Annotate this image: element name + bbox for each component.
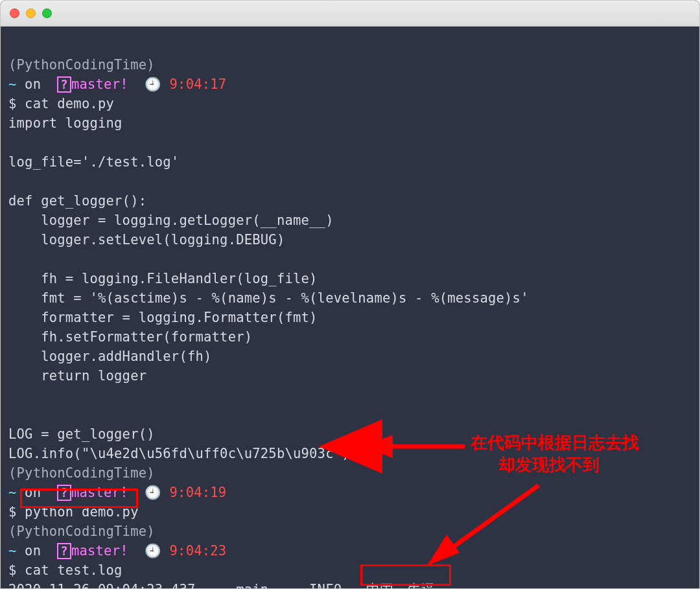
log-prefix: 2020-11-26 09:04:23,437 - __main__ - INF… xyxy=(8,582,366,589)
time-1: 9:04:17 xyxy=(170,76,227,92)
code-line: fh = logging.FileHandler(log_file) xyxy=(8,271,318,286)
clock-icon: 🕘 xyxy=(145,543,161,559)
zoom-button[interactable] xyxy=(42,8,52,18)
clock-icon: 🕘 xyxy=(145,485,161,500)
branch-name: master! xyxy=(71,485,128,500)
cmd-cat-log: cat test.log xyxy=(25,562,122,578)
venv-label: (PythonCodingTime) xyxy=(8,57,155,73)
pwd-tilde: ~ xyxy=(8,543,17,559)
code-line: fmt = '%(asctime)s - %(name)s - %(leveln… xyxy=(8,290,529,306)
cmd-python-demo: python demo.py xyxy=(25,504,139,520)
terminal-window: (PythonCodingTime) ~ on ?master! 🕘 9:04:… xyxy=(0,0,700,589)
code-line: fh.setFormatter(formatter) xyxy=(8,329,252,345)
branch-qmark: ? xyxy=(57,76,71,93)
code-line: def get_logger(): xyxy=(8,193,146,209)
branch-qmark: ? xyxy=(57,543,71,559)
code-line: logger.addHandler(fh) xyxy=(8,349,212,364)
titlebar xyxy=(1,1,699,27)
branch-qmark: ? xyxy=(57,485,71,501)
time-2: 9:04:19 xyxy=(170,485,227,500)
terminal-body[interactable]: (PythonCodingTime) ~ on ?master! 🕘 9:04:… xyxy=(1,27,699,589)
code-line: LOG.info("\u4e2d\u56fd\uff0c\u725b\u903c… xyxy=(8,446,350,461)
on-word: on xyxy=(25,543,41,559)
prompt-dollar: $ xyxy=(8,562,25,578)
venv-label: (PythonCodingTime) xyxy=(8,465,155,481)
code-line: import logging xyxy=(8,115,122,131)
clock-icon: 🕘 xyxy=(145,76,161,92)
code-line: formatter = logging.Formatter(fmt) xyxy=(8,310,318,325)
code-line: log_file='./test.log' xyxy=(8,154,179,170)
cmd-cat-demo: cat demo.py xyxy=(25,96,114,111)
code-line: logger = logging.getLogger(__name__) xyxy=(8,213,334,228)
venv-label: (PythonCodingTime) xyxy=(8,524,155,539)
code-line: LOG = get_logger() xyxy=(8,426,155,442)
prompt-dollar: $ xyxy=(8,504,25,520)
time-3: 9:04:23 xyxy=(170,543,227,559)
pwd-tilde: ~ xyxy=(8,485,17,500)
close-button[interactable] xyxy=(10,8,19,18)
code-line: logger.setLevel(logging.DEBUG) xyxy=(8,232,285,248)
branch-name: master! xyxy=(71,76,128,92)
on-word: on xyxy=(25,76,41,92)
minimize-button[interactable] xyxy=(26,8,36,18)
branch-name: master! xyxy=(71,543,128,559)
prompt-dollar: $ xyxy=(8,96,25,111)
log-message: 中国，牛逼 xyxy=(366,582,435,589)
pwd-tilde: ~ xyxy=(8,76,17,92)
code-line: return logger xyxy=(8,368,146,384)
on-word: on xyxy=(25,485,41,500)
